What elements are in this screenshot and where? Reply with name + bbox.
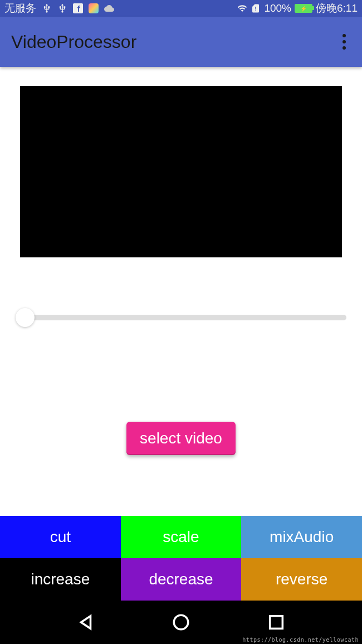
app-title: VideoProcessor [11, 32, 136, 52]
video-seek-slider[interactable] [16, 308, 346, 328]
facebook-icon: f [73, 3, 83, 13]
navigation-bar: https://blog.csdn.net/yellowcath [0, 601, 362, 644]
cloud-icon [104, 3, 114, 13]
increase-button[interactable]: increase [0, 558, 121, 601]
mixaudio-button[interactable]: mixAudio [241, 516, 362, 558]
slider-track [16, 315, 346, 320]
time-text: 傍晚6:11 [316, 1, 358, 16]
svg-rect-1 [270, 616, 283, 629]
usb-icon [42, 3, 52, 13]
status-bar: 无服务 f 100% ⚡ 傍晚6:11 [0, 0, 362, 17]
home-button[interactable] [172, 613, 190, 632]
usb-icon-2 [57, 3, 67, 13]
action-grid: cut scale mixAudio increase decrease rev… [0, 516, 362, 601]
content-area: select video cut scale mixAudio increase… [0, 67, 362, 601]
recents-button[interactable] [267, 613, 286, 632]
app-bar: VideoProcessor [0, 17, 362, 67]
sim-alert-icon [251, 3, 261, 13]
select-container: select video [0, 361, 362, 516]
decrease-button[interactable]: decrease [121, 558, 242, 601]
slider-thumb[interactable] [16, 308, 35, 327]
video-preview[interactable] [20, 86, 342, 257]
gallery-icon [89, 3, 99, 13]
wifi-icon [237, 3, 247, 13]
watermark-text: https://blog.csdn.net/yellowcath [242, 637, 359, 643]
select-video-button[interactable]: select video [126, 422, 236, 455]
service-text: 无服务 [4, 1, 36, 16]
cut-button[interactable]: cut [0, 516, 121, 558]
status-right: 100% ⚡ 傍晚6:11 [237, 1, 358, 16]
reverse-button[interactable]: reverse [241, 558, 362, 601]
overflow-menu-icon[interactable] [337, 31, 351, 53]
back-button[interactable] [76, 613, 95, 632]
status-left: 无服务 f [4, 1, 114, 16]
svg-point-0 [174, 615, 188, 630]
scale-button[interactable]: scale [121, 516, 242, 558]
battery-icon: ⚡ [295, 4, 312, 13]
battery-percent: 100% [264, 2, 291, 14]
